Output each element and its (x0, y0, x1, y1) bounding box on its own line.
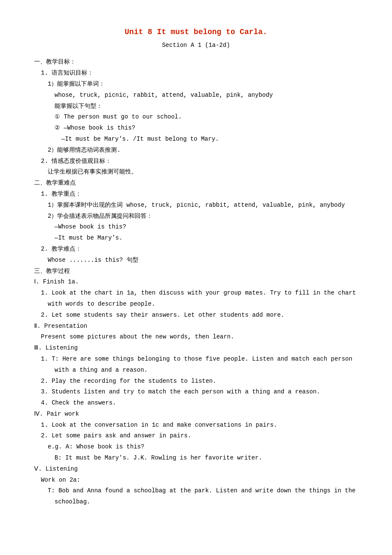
s2-2-1: Whose .......is this? 句型 (34, 255, 358, 266)
s1-2-1: 让学生根据已有事实推测可能性。 (34, 167, 358, 177)
r5-work: Work on 2a: (34, 475, 358, 486)
s1-1-1-sentence3: —It must be Mary's. /It must belong to M… (34, 134, 358, 145)
r3-1: 1. T: Here are some things belonging to … (34, 354, 358, 364)
r4-1: 1. Look at the conversation in 1c and ma… (34, 420, 358, 431)
s1-1-1-words: whose, truck, picnic, rabbit, attend, va… (34, 90, 358, 101)
section1-header: 一、教学目标： (34, 57, 358, 67)
r4-2: 2. Let some pairs ask and answer in pair… (34, 431, 358, 441)
page-title: Unit 8 It must belong to Carla. (34, 26, 358, 39)
s1-1-2: 2）能够用情态动词表推测. (34, 145, 358, 156)
s1-1-1-sentence2: ② —Whose book is this? (34, 123, 358, 133)
r4-eg-b: B: It must be Mary's. J.K. Rowling is he… (34, 453, 358, 463)
roman3: Ⅲ. Listening (34, 343, 358, 353)
s2-1: 1. 教学重点： (34, 189, 358, 199)
section3-header: 三、教学过程 (34, 266, 358, 277)
s2-1-2-a: —Whose book is this? (34, 222, 358, 232)
s1-1-1-sentences-label: 能掌握以下句型： (34, 101, 358, 112)
r5-1b: schoolbag. (34, 497, 358, 507)
s2-2: 2. 教学难点： (34, 244, 358, 254)
roman2: Ⅱ. Presentation (34, 321, 358, 332)
r3-2: 2. Play the recording for the students t… (34, 376, 358, 387)
s2-1-1: 1）掌握本课时中出现的生词 whose, truck, picnic, rabb… (34, 200, 358, 211)
page-container: Unit 8 It must belong to Carla. Section … (34, 26, 358, 507)
s2-1-2-b: —It must be Mary's. (34, 233, 358, 243)
page-subtitle: Section A 1 (1a-2d) (34, 40, 358, 51)
r3-3: 3. Students listen and try to match the … (34, 387, 358, 397)
r1-1: 1. Look at the chart in 1a, then discuss… (34, 288, 358, 298)
r4-eg: e.g. A: Whose book is this? (34, 442, 358, 452)
r3-4: 4. Check the answers. (34, 398, 358, 408)
r5-1: T: Bob and Anna found a schoolbag at the… (34, 486, 358, 496)
section2-header: 二、教学重难点 (34, 178, 358, 188)
roman1: Ⅰ. Finish 1a. (34, 277, 358, 287)
s1-1-1-sentence1: ① The person must go to our school. (34, 112, 358, 122)
s1-2: 2. 情感态度价值观目标： (34, 156, 358, 167)
r1-1b: with words to describe people. (34, 299, 358, 309)
roman5: Ⅴ. Listening (34, 464, 358, 474)
roman4: Ⅳ. Pair work (34, 409, 358, 419)
r2-1: Present some pictures about the new word… (34, 332, 358, 342)
s2-1-2: 2）学会描述表示物品所属提问和回答： (34, 211, 358, 222)
r3-1b: with a thing and a reason. (34, 365, 358, 376)
s1-1-1: 1）能掌握以下单词： (34, 79, 358, 90)
s1-1: 1. 语言知识目标： (34, 68, 358, 78)
r1-2: 2. Let some students say their answers. … (34, 310, 358, 321)
